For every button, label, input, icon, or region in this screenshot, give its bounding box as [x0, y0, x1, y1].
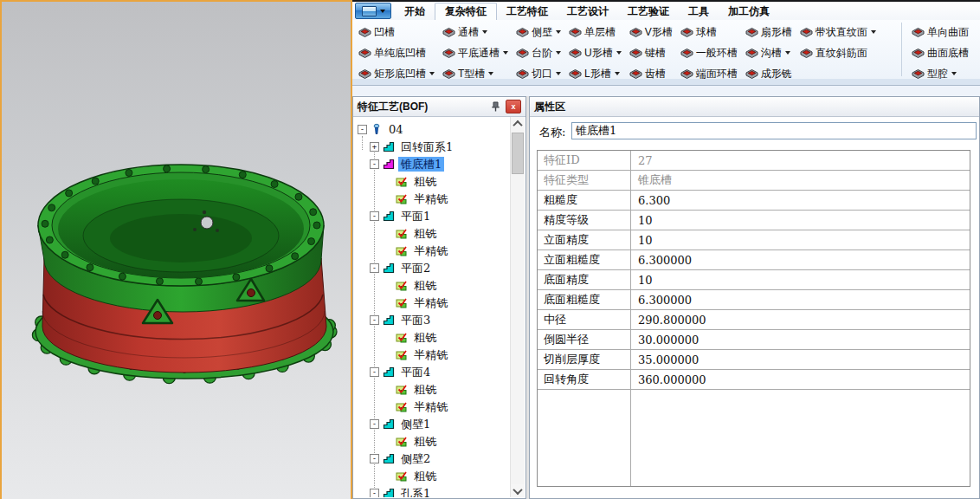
pin-icon[interactable]: [488, 100, 502, 113]
ribbon-button[interactable]: 通槽: [440, 22, 511, 42]
ribbon-button[interactable]: 键槽: [627, 42, 675, 63]
property-value-cell[interactable]: 290.800000: [631, 310, 970, 329]
tree-operation-item[interactable]: 半精铣: [354, 398, 510, 415]
ribbon-tab[interactable]: 工艺特征: [497, 3, 558, 20]
tree-operation-item[interactable]: 半精铣: [354, 242, 510, 259]
tree-feature-item[interactable]: -04: [354, 120, 510, 138]
chevron-down-icon[interactable]: [511, 484, 525, 497]
ribbon-button[interactable]: U形槽: [566, 42, 624, 63]
tree-feature-item[interactable]: -锥底槽1: [354, 155, 510, 172]
tree-expander[interactable]: -: [370, 419, 379, 429]
ribbon-button[interactable]: 端面环槽: [678, 63, 740, 79]
ribbon-button[interactable]: 侧壁: [513, 22, 564, 42]
ribbon-button[interactable]: V形槽: [627, 22, 675, 42]
ribbon-button[interactable]: 凹槽: [356, 22, 437, 42]
scrollbar-thumb[interactable]: [512, 133, 524, 174]
property-value-cell[interactable]: 6.300000: [631, 250, 970, 269]
tree-item-label: 侧壁2: [398, 451, 433, 466]
ribbon-button[interactable]: 球槽: [678, 22, 740, 42]
ribbon-button[interactable]: 型腔: [909, 63, 976, 79]
ribbon-button[interactable]: 单纯底凹槽: [356, 42, 437, 63]
ribbon-button[interactable]: 齿槽: [627, 63, 675, 79]
ribbon-button[interactable]: 沟槽: [743, 42, 795, 63]
tree-expander[interactable]: -: [370, 454, 379, 463]
tree-expander[interactable]: -: [370, 263, 379, 273]
ribbon-tab[interactable]: 复杂特征: [435, 3, 497, 20]
tree-feature-item[interactable]: -平面1: [354, 207, 510, 224]
chevron-up-icon[interactable]: [511, 117, 525, 130]
feature-block-icon: [629, 27, 642, 38]
ribbon-button-label: 一般环槽: [696, 46, 738, 61]
tree-feature-item[interactable]: -平面3: [354, 311, 510, 328]
ribbon-button[interactable]: 一般环槽: [678, 42, 740, 63]
tree-operation-item[interactable]: 粗铣: [354, 328, 510, 346]
tree-operation-item[interactable]: 粗铣: [354, 276, 510, 294]
ribbon-tab[interactable]: 工具: [679, 3, 719, 20]
ribbon-button[interactable]: 扇形槽: [743, 22, 795, 42]
ribbon-button-label: U形槽: [584, 46, 613, 61]
tree-feature-item[interactable]: -孔系1: [354, 484, 510, 497]
app-menu-button[interactable]: [355, 3, 391, 19]
tree-feature-item[interactable]: -侧壁1: [354, 415, 510, 432]
ribbon-button[interactable]: 单层槽: [566, 22, 624, 42]
tree-expander[interactable]: -: [370, 211, 379, 221]
ribbon-button-label: T型槽: [458, 67, 485, 80]
ribbon-tab[interactable]: 开始: [395, 3, 435, 20]
property-value-cell[interactable]: 30.000000: [631, 330, 970, 349]
property-value-cell[interactable]: 10: [631, 270, 970, 289]
tree-panel-title: 特征工艺(BOF): [358, 100, 488, 114]
tree-item-label: 粗铣: [411, 469, 439, 483]
ribbon-button[interactable]: 曲面底槽: [909, 42, 976, 63]
property-value-cell[interactable]: 35.000000: [631, 350, 970, 369]
tree-operation-item[interactable]: 半精铣: [354, 294, 510, 311]
feature-block-icon: [569, 27, 582, 38]
ribbon-tab[interactable]: 工艺设计: [558, 3, 618, 20]
ribbon-button[interactable]: 成形铣: [743, 63, 795, 79]
tree-operation-item[interactable]: 粗铣: [354, 380, 510, 398]
property-value-cell[interactable]: 27: [631, 151, 970, 170]
ribbon-button-label: 型腔: [927, 67, 948, 80]
tree-operation-item[interactable]: 粗铣: [354, 467, 510, 484]
ribbon-tab[interactable]: 工艺验证: [618, 3, 679, 20]
tree-expander[interactable]: -: [370, 159, 379, 169]
tree-expander[interactable]: -: [370, 367, 379, 377]
tree-feature-item[interactable]: -平面2: [354, 259, 510, 276]
ribbon-button[interactable]: 单向曲面: [909, 22, 976, 42]
property-value-cell[interactable]: 10: [631, 211, 970, 230]
ribbon-button[interactable]: L形槽: [566, 63, 624, 79]
ribbon-button[interactable]: 带状直纹面: [797, 22, 879, 42]
property-value-cell[interactable]: 360.000000: [631, 370, 970, 389]
property-value-cell[interactable]: 6.300: [631, 191, 970, 210]
ribbon-button-label: 沟槽: [761, 46, 782, 61]
property-value-cell[interactable]: 锥底槽: [631, 171, 970, 190]
3d-viewport[interactable]: [0, 0, 352, 499]
tree-expander[interactable]: +: [370, 142, 379, 152]
feature-name-input[interactable]: [571, 122, 977, 139]
property-value-cell[interactable]: 6.300000: [631, 290, 970, 309]
ribbon-button[interactable]: 平底通槽: [440, 42, 511, 63]
tree-operation-item[interactable]: 粗铣: [354, 432, 510, 450]
tree-expander[interactable]: -: [370, 315, 379, 325]
dropdown-arrow-icon: [616, 51, 622, 55]
tree-scrollbar[interactable]: [510, 117, 525, 497]
property-value-cell[interactable]: 10: [631, 230, 970, 250]
tree-feature-item[interactable]: +回转面系1: [354, 138, 510, 155]
ribbon-button[interactable]: 矩形底凹槽: [356, 63, 437, 79]
tree-operation-item[interactable]: 粗铣: [354, 224, 510, 242]
close-icon[interactable]: x: [506, 100, 521, 113]
tree-expander[interactable]: -: [370, 489, 379, 498]
tree-feature-item[interactable]: -平面4: [354, 363, 510, 380]
ribbon-button[interactable]: 切口: [513, 63, 564, 79]
feature-steps-icon: [383, 314, 395, 326]
tree-operation-item[interactable]: 粗铣: [354, 172, 510, 190]
milling-check-icon: [396, 280, 408, 291]
ribbon-button[interactable]: T型槽: [440, 63, 511, 79]
ribbon-button[interactable]: 台阶: [513, 42, 564, 63]
tree-operation-item[interactable]: 半精铣: [354, 346, 510, 363]
ribbon-tab[interactable]: 加工仿真: [719, 3, 779, 20]
tree-expander[interactable]: -: [358, 125, 367, 134]
tree-operation-item[interactable]: 半精铣: [354, 190, 510, 207]
ribbon-button[interactable]: 直纹斜筋面: [797, 42, 879, 63]
ribbon-button-label: 单纯底凹槽: [374, 46, 426, 61]
tree-feature-item[interactable]: -侧壁2: [354, 450, 510, 467]
